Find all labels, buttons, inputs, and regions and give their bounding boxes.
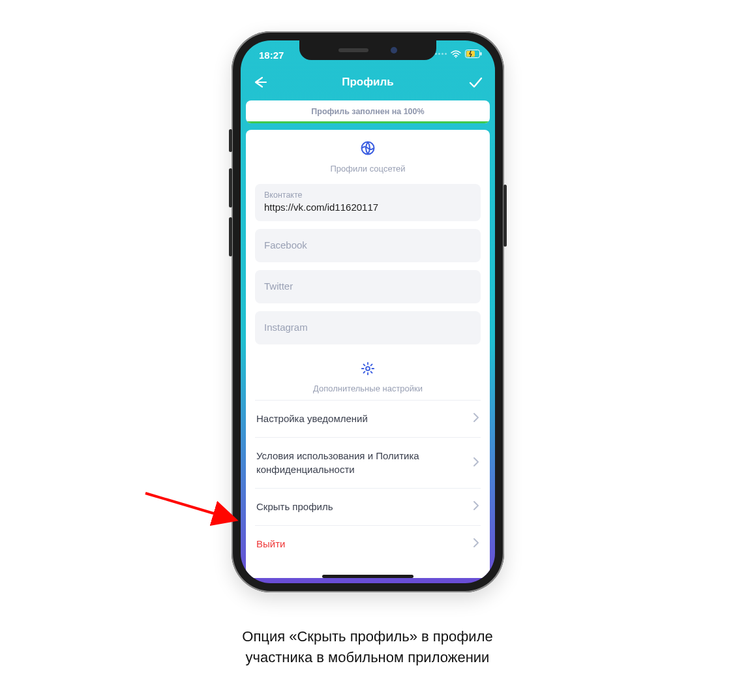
status-time: 18:27 — [259, 50, 284, 61]
notifications-row-label: Настройка уведомлений — [256, 412, 374, 425]
twitter-field[interactable]: Twitter — [255, 270, 481, 303]
vk-field-value: https://vk.com/id11620117 — [264, 202, 472, 213]
terms-row-label: Условия использования и Политика конфиде… — [256, 449, 473, 476]
hide-profile-row-label: Скрыть профиль — [256, 500, 339, 513]
globe-icon — [360, 140, 376, 159]
gear-icon — [361, 361, 375, 378]
svg-point-0 — [455, 56, 457, 57]
svg-rect-2 — [481, 52, 482, 55]
caption-line-2: участника в мобильном приложении — [246, 649, 490, 665]
content-area: Профиль заполнен на 100% Профили соцсете… — [246, 100, 490, 578]
chevron-right-icon — [473, 538, 479, 551]
main-card: Профили соцсетей Вконтакте https://vk.co… — [246, 130, 490, 578]
logout-row-label: Выйти — [256, 538, 292, 551]
social-section-header: Профили соцсетей — [255, 140, 481, 174]
chevron-right-icon — [473, 500, 479, 513]
caption-line-1: Опция «Скрыть профиль» в профиле — [242, 628, 492, 645]
profile-progress-bar — [246, 121, 490, 123]
chevron-right-icon — [473, 457, 479, 470]
phone-device-frame: 18:27 Профиль — [232, 31, 504, 592]
chevron-right-icon — [473, 412, 479, 425]
phone-notch — [299, 40, 436, 60]
svg-line-6 — [145, 493, 233, 519]
settings-section-title: Дополнительные настройки — [313, 384, 423, 393]
terms-row[interactable]: Условия использования и Политика конфиде… — [255, 437, 481, 488]
instagram-field[interactable]: Instagram — [255, 311, 481, 344]
home-indicator[interactable] — [322, 575, 413, 578]
vk-field-label: Вконтакте — [264, 190, 472, 200]
back-button[interactable] — [252, 74, 268, 90]
battery-charging-icon — [465, 50, 482, 58]
phone-power-button — [503, 185, 507, 247]
phone-front-camera — [391, 47, 397, 53]
status-icons — [435, 50, 482, 58]
notifications-row[interactable]: Настройка уведомлений — [255, 400, 481, 437]
confirm-button[interactable] — [468, 74, 483, 90]
instagram-field-placeholder: Instagram — [264, 318, 472, 337]
facebook-field-placeholder: Facebook — [264, 236, 472, 254]
social-section-title: Профили соцсетей — [331, 164, 406, 174]
phone-mute-switch — [229, 129, 232, 152]
profile-progress-card: Профиль заполнен на 100% — [246, 100, 490, 123]
hide-profile-row[interactable]: Скрыть профиль — [255, 488, 481, 525]
phone-screen: 18:27 Профиль — [241, 40, 495, 583]
logout-row[interactable]: Выйти — [255, 525, 481, 562]
svg-point-5 — [366, 367, 370, 371]
caption-text: Опция «Скрыть профиль» в профиле участни… — [0, 626, 735, 668]
facebook-field[interactable]: Facebook — [255, 229, 481, 262]
wifi-icon — [451, 50, 461, 58]
twitter-field-placeholder: Twitter — [264, 277, 472, 296]
profile-progress-text: Профиль заполнен на 100% — [246, 100, 490, 121]
settings-section-header: Дополнительные настройки — [255, 361, 481, 393]
phone-speaker — [338, 48, 368, 52]
app-header: Профиль — [241, 67, 495, 98]
annotation-arrow — [142, 487, 240, 526]
phone-volume-down — [229, 217, 232, 256]
phone-volume-up — [229, 168, 232, 207]
vk-field[interactable]: Вконтакте https://vk.com/id11620117 — [255, 184, 481, 221]
cellular-dots-icon — [435, 53, 447, 55]
page-title: Профиль — [342, 76, 394, 89]
